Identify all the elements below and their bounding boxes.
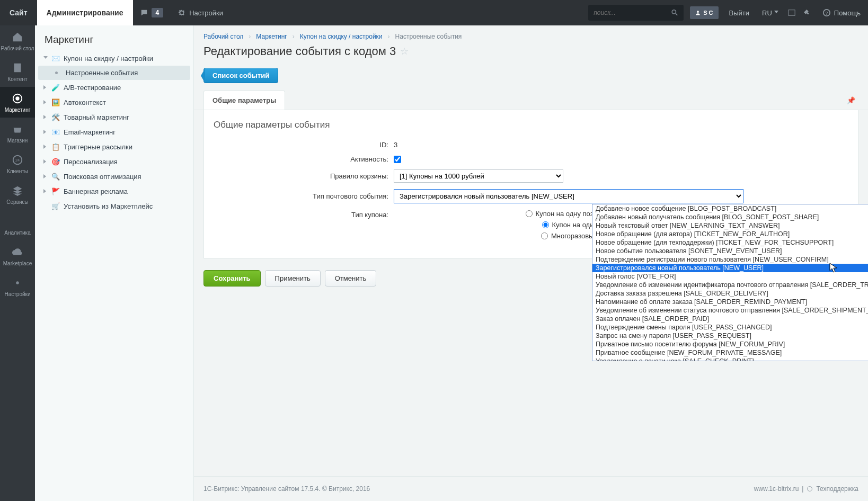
coupon-type-label: Тип купона:: [214, 210, 394, 219]
svg-point-10: [16, 281, 19, 284]
home-icon: [12, 31, 23, 43]
tree-email-marketing[interactable]: 📧Email-маркетинг: [38, 124, 190, 139]
dropdown-option[interactable]: Напоминание об оплате заказа [SALE_ORDER…: [592, 298, 868, 306]
main-content: Рабочий стол› Маркетинг› Купон на скидку…: [194, 25, 868, 501]
seo-icon: 🔍: [51, 172, 60, 181]
active-label: Активность:: [214, 155, 394, 163]
rule-select[interactable]: [1] Купоны на 1000 рублей: [394, 169, 563, 183]
iconbar-label: Маркетинг: [5, 107, 31, 113]
logout-link[interactable]: Выйти: [722, 0, 757, 25]
apply-button[interactable]: Применить: [265, 270, 321, 287]
search-input[interactable]: [594, 9, 671, 16]
breadcrumb-desktop[interactable]: Рабочий стол: [203, 33, 243, 40]
dropdown-option[interactable]: Заказ оплачен [SALE_ORDER_PAID]: [592, 315, 868, 323]
iconbar-services[interactable]: Сервисы: [0, 179, 35, 210]
star-icon[interactable]: ☆: [400, 46, 409, 57]
dropdown-option[interactable]: Уведомление об изменении идентификатора …: [592, 281, 868, 289]
cart-icon: 🛒: [51, 202, 60, 210]
chevron-down-icon: [774, 11, 778, 15]
dropdown-option[interactable]: Новое обращение (для автора) [TICKET_NEW…: [592, 230, 868, 238]
sidepanel-title: Маркетинг: [35, 25, 193, 51]
iconbar-label: Клиенты: [7, 168, 28, 174]
iconbar-marketing[interactable]: Маркетинг: [0, 87, 35, 118]
tab-site[interactable]: Сайт: [0, 0, 37, 25]
dropdown-option[interactable]: Приватное сообщение [NEW_FORUM_PRIVATE_M…: [592, 348, 868, 357]
dropdown-option[interactable]: Новое обращение (для техподдержки) [TICK…: [592, 238, 868, 247]
iconbar-settings[interactable]: Настройки: [0, 271, 35, 302]
dropdown-option[interactable]: Новое событие пользователя [SONET_NEW_EV…: [592, 247, 868, 255]
dropdown-option[interactable]: Новый голос [VOTE_FOR]: [592, 272, 868, 281]
dropdown-option[interactable]: Новый текстовый ответ [NEW_LEARNING_TEXT…: [592, 221, 868, 230]
help-button[interactable]: ? Помощь: [816, 0, 868, 25]
iconbar-shop[interactable]: Магазин: [0, 118, 35, 148]
mail-event-label: Тип почтового события:: [214, 192, 394, 200]
dropdown-option[interactable]: Запрос на смену пароля [USER_PASS_REQUES…: [592, 332, 868, 340]
chart-icon: [12, 216, 23, 227]
dropdown-option[interactable]: Подтверждение смены пароля [USER_PASS_CH…: [592, 323, 868, 332]
tree-banner[interactable]: 🚩Баннерная реклама: [38, 184, 190, 199]
tabs-row: Общие параметры 📌: [194, 91, 868, 110]
mail-event-select[interactable]: Зарегистрировался новый пользователь [NE…: [394, 189, 743, 203]
settings-button[interactable]: Настройки: [171, 0, 231, 25]
dropdown-option[interactable]: Уведомление о печати чека [SALE_CHECK_PR…: [592, 357, 868, 361]
pin-tabs-button[interactable]: 📌: [844, 93, 858, 108]
page-title: Редактирование события с кодом 3☆: [194, 43, 868, 65]
iconbar-marketplace[interactable]: Marketplace: [0, 240, 35, 271]
tree-install-marketplace[interactable]: 🛒Установить из Маркетплейс: [38, 199, 190, 213]
breadcrumb-coupon[interactable]: Купон на скидку / настройки: [300, 33, 383, 40]
layers-icon: [12, 185, 23, 196]
user-chip[interactable]: S C: [690, 6, 718, 19]
breadcrumb: Рабочий стол› Маркетинг› Купон на скидку…: [194, 25, 868, 43]
breadcrumb-marketing[interactable]: Маркетинг: [256, 33, 287, 40]
iconbar-desktop[interactable]: Рабочий стол: [0, 25, 35, 56]
notification-button[interactable]: 4: [133, 0, 171, 25]
tree-label: Автоконтекст: [64, 99, 106, 106]
calendar-icon-button[interactable]: [784, 0, 800, 25]
dropdown-option[interactable]: Добавлено новое сообщение [BLOG_POST_BRO…: [592, 204, 868, 213]
search-box[interactable]: [588, 5, 684, 21]
mail-event-dropdown-list[interactable]: Добавлено новое сообщение [BLOG_POST_BRO…: [592, 204, 868, 361]
comment-icon: [140, 9, 148, 16]
tab-admin[interactable]: Администрирование: [37, 0, 133, 25]
chevron-right-icon: [43, 130, 48, 134]
tree-trigger-mail[interactable]: 📋Триггерные рассылки: [38, 139, 190, 154]
dropdown-option[interactable]: Доставка заказа разрешена [SALE_ORDER_DE…: [592, 289, 868, 298]
footer-support-link[interactable]: Техподдержка: [816, 485, 858, 493]
tree-label: Email-маркетинг: [64, 128, 116, 136]
dropdown-option[interactable]: Приватное письмо посетителю форума [NEW_…: [592, 340, 868, 348]
tree-label: Баннерная реклама: [64, 187, 128, 195]
tree-ab-test[interactable]: 🧪A/B-тестирование: [38, 80, 190, 95]
tree-product-marketing[interactable]: 🛠️Товарный маркетинг: [38, 110, 190, 124]
events-list-button[interactable]: Список событий: [203, 68, 278, 83]
svg-point-7: [15, 96, 19, 100]
tree-label: Триггерные рассылки: [64, 143, 132, 151]
save-button[interactable]: Сохранить: [203, 270, 261, 287]
tree-label: Персонализация: [64, 158, 118, 166]
pin-icon-button[interactable]: [800, 0, 816, 25]
bullet-icon: [55, 71, 58, 74]
iconbar-label: Аналитика: [4, 230, 31, 236]
cancel-button[interactable]: Отменить: [325, 270, 376, 287]
tree-coupon[interactable]: ✉️Купон на скидку / настройки: [38, 51, 190, 66]
dropdown-option[interactable]: Подтверждение регистрации нового пользов…: [592, 255, 868, 264]
tree-seo[interactable]: 🔍Поисковая оптимизация: [38, 169, 190, 184]
footer-site-link[interactable]: www.1c-bitrix.ru: [754, 485, 799, 493]
pin-icon: [804, 9, 811, 16]
dropdown-option[interactable]: Добавлен новый получатель сообщения [BLO…: [592, 213, 868, 221]
active-checkbox[interactable]: [394, 156, 401, 163]
iconbar-label: Рабочий стол: [1, 46, 34, 51]
iconbar-clients[interactable]: 24Клиенты: [0, 148, 35, 179]
iconbar-content[interactable]: Контент: [0, 56, 35, 87]
iconbar-analytics[interactable]: Аналитика: [0, 210, 35, 240]
tree-personalization[interactable]: 🎯Персонализация: [38, 154, 190, 169]
chevron-right-icon: [43, 100, 48, 104]
tree-autocontext[interactable]: 🖼️Автоконтекст: [38, 95, 190, 110]
svg-point-0: [672, 10, 676, 14]
svg-rect-2: [789, 10, 795, 16]
dropdown-option[interactable]: Уведомление об изменении статуса почтово…: [592, 306, 868, 315]
language-dropdown[interactable]: RU: [757, 0, 784, 25]
dropdown-option[interactable]: Зарегистрировался новый пользователь [NE…: [592, 264, 868, 272]
tab-general[interactable]: Общие параметры: [203, 91, 285, 110]
tree-label: Купон на скидку / настройки: [64, 55, 153, 62]
tree-configured-events[interactable]: Настроенные события: [38, 66, 190, 80]
